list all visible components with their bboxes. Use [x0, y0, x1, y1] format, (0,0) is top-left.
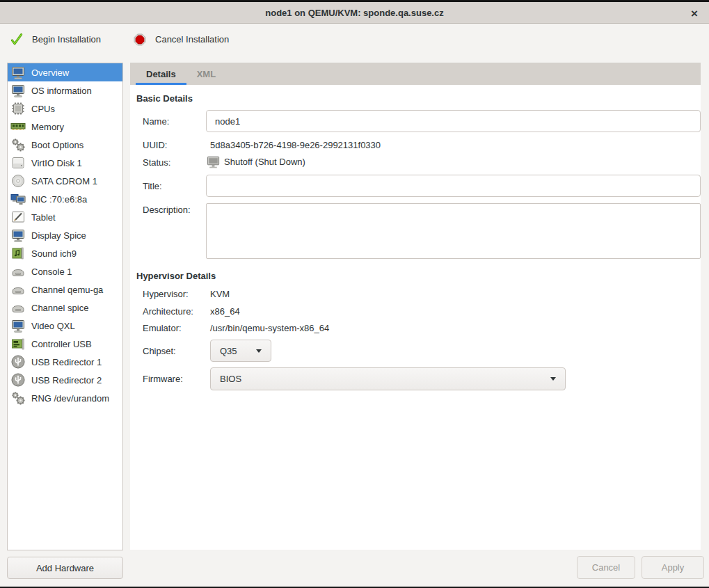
- sidebar-item-label: SATA CDROM 1: [31, 176, 97, 186]
- sidebar-item-tablet[interactable]: Tablet: [8, 208, 122, 226]
- sidebar-item-console-1[interactable]: Console 1: [8, 262, 122, 280]
- name-label: Name:: [143, 116, 169, 127]
- serial-icon: [10, 264, 26, 280]
- sidebar-item-display-spice[interactable]: Display Spice: [8, 226, 122, 244]
- sidebar-item-label: Tablet: [31, 212, 56, 223]
- gears-icon: [10, 137, 26, 153]
- basic-details-heading: Basic Details: [136, 93, 193, 104]
- chevron-down-icon: [550, 377, 556, 381]
- sidebar-item-controller-usb[interactable]: Controller USB: [8, 335, 122, 353]
- serial-icon: [10, 300, 26, 316]
- sidebar-item-label: USB Redirector 1: [31, 357, 102, 367]
- uuid-value: 5d8a3405-b726-4198-9e26-2992131f0330: [210, 140, 381, 150]
- disk-icon: [10, 155, 26, 171]
- network-icon: [10, 191, 26, 207]
- architecture-value: x86_64: [210, 306, 240, 317]
- hypervisor-details-heading: Hypervisor Details: [136, 271, 216, 281]
- sidebar-item-boot-options[interactable]: Boot Options: [8, 136, 122, 154]
- toolbar: Begin Installation Cancel Installation: [0, 24, 709, 54]
- sidebar-item-label: Controller USB: [31, 339, 92, 349]
- sidebar-item-usb-redirector-1[interactable]: USB Redirector 1: [8, 353, 122, 371]
- sidebar-item-cpus[interactable]: CPUs: [8, 100, 122, 118]
- tab-xml[interactable]: XML: [186, 63, 226, 85]
- chipset-label: Chipset:: [143, 346, 176, 356]
- sidebar-item-label: Video QXL: [31, 321, 75, 331]
- sidebar-item-overview[interactable]: Overview: [8, 63, 122, 81]
- description-textarea[interactable]: [206, 203, 701, 259]
- details-panel: Basic Details Name: UUID: 5d8a3405-b726-…: [130, 85, 701, 550]
- chip-icon: [10, 101, 26, 117]
- window-title: node1 on QEMU/KVM: sponde.qa.suse.cz: [265, 8, 443, 18]
- sidebar-item-os-information[interactable]: OS information: [8, 81, 122, 100]
- chipset-value: Q35: [220, 346, 237, 356]
- gears-icon: [10, 390, 26, 406]
- sidebar-item-label: Overview: [31, 67, 69, 78]
- sidebar-item-label: Display Spice: [31, 230, 86, 241]
- sidebar-item-virtio-disk-1[interactable]: VirtIO Disk 1: [8, 154, 122, 172]
- status-label: Status:: [143, 157, 170, 168]
- check-icon: [10, 33, 24, 47]
- emulator-label: Emulator:: [143, 323, 182, 333]
- cdrom-icon: [10, 173, 26, 189]
- chipset-dropdown[interactable]: Q35: [210, 340, 271, 362]
- controller-icon: [10, 336, 26, 352]
- uuid-label: UUID:: [143, 140, 167, 150]
- firmware-value: BIOS: [220, 374, 241, 384]
- sidebar-item-label: Channel qemu-ga: [31, 285, 103, 295]
- sound-icon: [10, 246, 26, 262]
- sidebar-item-channel-spice[interactable]: Channel spice: [8, 299, 122, 317]
- apply-button[interactable]: Apply: [642, 556, 704, 579]
- usb-icon: [10, 354, 26, 370]
- usb-icon: [10, 372, 26, 388]
- firmware-dropdown[interactable]: BIOS: [210, 367, 566, 390]
- sidebar-item-sound-ich9[interactable]: Sound ich9: [8, 244, 122, 262]
- sidebar-item-label: VirtIO Disk 1: [31, 158, 82, 168]
- sidebar-item-label: Memory: [31, 122, 64, 132]
- monitor-icon: [10, 228, 26, 244]
- tab-details[interactable]: Details: [136, 63, 186, 85]
- sidebar-item-label: Boot Options: [31, 140, 83, 150]
- description-label: Description:: [143, 205, 191, 215]
- architecture-label: Architecture:: [143, 306, 193, 317]
- cancel-installation-label: Cancel Installation: [155, 34, 229, 45]
- titlebar[interactable]: node1 on QEMU/KVM: sponde.qa.suse.cz ×: [0, 2, 709, 24]
- monitor-icon: [10, 318, 26, 334]
- status-value: Shutoff (Shut Down): [224, 157, 305, 167]
- hardware-list[interactable]: OverviewOS informationCPUsMemoryBoot Opt…: [7, 63, 123, 550]
- name-input[interactable]: [206, 110, 701, 132]
- monitor-icon: [10, 83, 26, 99]
- tablet-icon: [10, 209, 26, 225]
- sidebar-item-nic-70-e6-8a[interactable]: NIC :70:e6:8a: [8, 190, 122, 208]
- sidebar-item-channel-qemu-ga[interactable]: Channel qemu-ga: [8, 280, 122, 299]
- details-xml-tabbar: DetailsXML: [130, 63, 701, 85]
- begin-installation-label: Begin Installation: [32, 34, 101, 45]
- sidebar-item-label: Sound ich9: [31, 248, 77, 259]
- sidebar-item-label: OS information: [31, 86, 92, 96]
- sidebar-item-sata-cdrom-1[interactable]: SATA CDROM 1: [8, 172, 122, 190]
- begin-installation-button[interactable]: Begin Installation: [0, 24, 111, 54]
- emulator-value: /usr/bin/qemu-system-x86_64: [210, 323, 329, 333]
- sidebar-item-label: CPUs: [31, 104, 55, 114]
- cancel-installation-button[interactable]: Cancel Installation: [123, 24, 239, 54]
- sidebar-item-label: USB Redirector 2: [31, 375, 102, 386]
- sidebar-item-label: NIC :70:e6:8a: [31, 194, 87, 205]
- cancel-button[interactable]: Cancel: [577, 556, 635, 579]
- serial-icon: [10, 282, 26, 298]
- stop-icon: [133, 33, 147, 47]
- hypervisor-value: KVM: [210, 289, 230, 299]
- memory-icon: [10, 119, 26, 135]
- sidebar-item-video-qxl[interactable]: Video QXL: [8, 317, 122, 335]
- add-hardware-button[interactable]: Add Hardware: [7, 557, 123, 579]
- firmware-label: Firmware:: [143, 374, 183, 384]
- sidebar-item-label: Channel spice: [31, 303, 88, 313]
- sidebar-item-rng-dev-urandom[interactable]: RNG /dev/urandom: [8, 389, 122, 407]
- title-label: Title:: [143, 181, 162, 191]
- monitor-icon: [10, 65, 26, 81]
- shutoff-monitor-icon: [206, 154, 221, 169]
- sidebar-item-label: Console 1: [31, 267, 72, 277]
- chevron-down-icon: [256, 349, 262, 353]
- sidebar-item-memory[interactable]: Memory: [8, 118, 122, 136]
- title-input[interactable]: [206, 175, 701, 197]
- sidebar-item-usb-redirector-2[interactable]: USB Redirector 2: [8, 371, 122, 389]
- close-icon[interactable]: ×: [687, 4, 702, 22]
